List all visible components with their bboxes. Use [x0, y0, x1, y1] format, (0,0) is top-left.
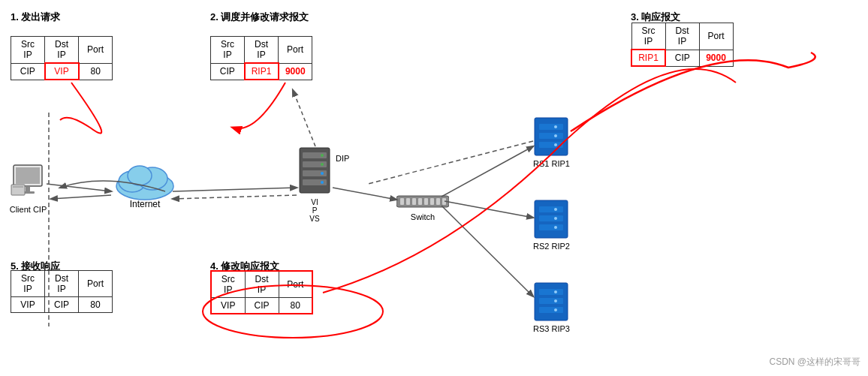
table4-dstip-val: CIP [245, 298, 279, 314]
svg-line-51 [173, 188, 297, 191]
svg-point-47 [554, 299, 557, 302]
switch-box: Switch [396, 192, 449, 221]
table1-col-srcip: Src IP [11, 37, 45, 64]
table2-port-val: 9000 [279, 63, 312, 80]
table4-col-srcip: Src IP [211, 271, 245, 298]
table4-port-val: 80 [279, 298, 312, 314]
svg-point-17 [321, 172, 324, 175]
svg-rect-27 [442, 198, 446, 205]
vs-label: VS [309, 215, 319, 223]
svg-rect-24 [424, 198, 428, 205]
dip-label: DIP [336, 154, 349, 163]
table5-srcip-val: VIP [11, 297, 45, 313]
table2-dstip-val: RIP1 [245, 63, 279, 80]
table1-port-val: 80 [79, 63, 113, 80]
client-box: Client CIP [8, 164, 49, 214]
svg-rect-5 [13, 186, 23, 188]
table5-col-srcip: Src IP [11, 271, 45, 297]
rs3-box: RS3 RIP3 [533, 281, 570, 333]
svg-rect-29 [539, 124, 563, 130]
svg-rect-25 [430, 198, 434, 205]
table2-col-port: Port [279, 37, 312, 64]
svg-rect-43 [539, 289, 563, 295]
switch-label: Switch [396, 212, 449, 221]
table1-srcip-val: CIP [11, 63, 45, 80]
svg-rect-1 [16, 167, 40, 184]
svg-rect-30 [539, 133, 563, 139]
step1-label: 1. 发出请求 [11, 11, 60, 24]
svg-point-34 [554, 143, 557, 146]
svg-point-39 [554, 208, 557, 211]
svg-point-9 [128, 166, 152, 185]
csdn-watermark: CSDN @这样的宋哥哥 [769, 356, 860, 368]
svg-line-60 [293, 90, 315, 146]
svg-point-41 [554, 226, 557, 229]
rs1-label: RS1 RIP1 [533, 159, 570, 168]
svg-rect-44 [539, 298, 563, 304]
svg-rect-38 [539, 224, 563, 230]
svg-rect-20 [400, 198, 404, 205]
table5-col-port: Port [79, 271, 113, 297]
table2-col-srcip: Src IP [211, 37, 245, 64]
lb-server: VI P VS DIP [297, 146, 333, 223]
table1-dstip-val: VIP [45, 63, 79, 80]
table3-dstip-val: CIP [665, 50, 699, 66]
table3-col-srcip: Src IP [631, 23, 665, 50]
client-label: Client CIP [8, 205, 49, 214]
svg-point-46 [554, 290, 557, 293]
table3-col-port: Port [699, 23, 733, 50]
svg-rect-2 [26, 186, 30, 192]
rs2-icon [533, 199, 569, 240]
step2-label: 2. 调度并修改请求报文 [210, 11, 309, 24]
svg-line-50 [47, 184, 111, 191]
svg-rect-26 [436, 198, 440, 205]
table1-col-port: Port [79, 37, 113, 64]
svg-line-57 [173, 195, 297, 199]
vip-label: VI [311, 198, 318, 206]
table3-srcip-val: RIP1 [631, 50, 665, 66]
svg-line-54 [445, 201, 533, 218]
table5-port-val: 80 [79, 297, 113, 313]
svg-rect-19 [396, 196, 449, 207]
svg-point-48 [554, 308, 557, 311]
svg-line-53 [442, 146, 533, 197]
svg-point-15 [321, 154, 324, 157]
table2-srcip-val: CIP [211, 63, 245, 80]
table4-col-dstip: Dst IP [245, 271, 279, 298]
svg-point-33 [554, 134, 557, 137]
table5-col-dstip: Dst IP [45, 271, 79, 297]
svg-point-32 [554, 125, 557, 128]
lb-server-icon [297, 146, 333, 195]
table4-srcip-val: VIP [211, 298, 245, 314]
rs1-box: RS1 RIP1 [533, 116, 570, 168]
svg-rect-22 [412, 198, 416, 205]
svg-point-16 [321, 163, 324, 166]
svg-line-55 [442, 206, 533, 296]
svg-rect-45 [539, 307, 563, 313]
table3-col-dstip: Dst IP [665, 23, 699, 50]
svg-point-18 [321, 181, 324, 184]
rs2-box: RS2 RIP2 [533, 199, 570, 251]
svg-line-58 [51, 195, 111, 199]
client-icon [8, 164, 49, 201]
table1-col-dstip: Dst IP [45, 37, 79, 64]
cloud-icon [111, 158, 179, 203]
table5-dstip-val: CIP [45, 297, 79, 313]
svg-rect-23 [418, 198, 422, 205]
table4-col-port: Port [279, 271, 312, 298]
rs3-label: RS3 RIP3 [533, 324, 570, 333]
rs1-icon [533, 116, 569, 158]
rs2-label: RS2 RIP2 [533, 242, 570, 251]
svg-rect-21 [406, 198, 410, 205]
diagram-container: 1. 发出请求 2. 调度并修改请求报文 3. 响应报文 4. 修改响应报文 5… [0, 0, 868, 376]
svg-rect-31 [539, 142, 563, 148]
svg-rect-36 [539, 206, 563, 212]
svg-point-40 [554, 217, 557, 220]
internet-cloud: Internet [111, 158, 179, 209]
table3-port-val: 9000 [699, 50, 733, 66]
svg-line-52 [333, 188, 396, 200]
svg-rect-37 [539, 215, 563, 221]
rs3-icon [533, 281, 569, 323]
table2-col-dstip: Dst IP [245, 37, 279, 64]
svg-line-56 [368, 141, 533, 184]
